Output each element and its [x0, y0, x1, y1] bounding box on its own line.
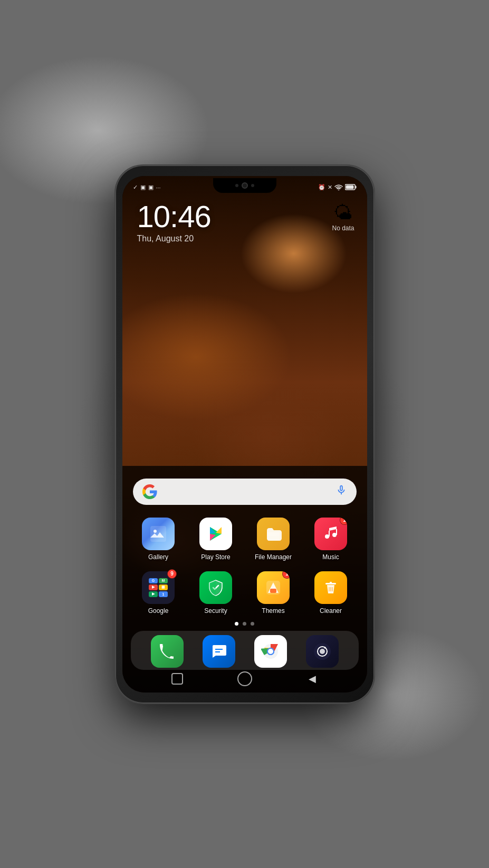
app-playstore[interactable]: Play Store — [188, 514, 244, 564]
app-filemanager[interactable]: File Manager — [246, 514, 301, 564]
status-left: ✓ ▣ ▣ ··· — [133, 184, 161, 191]
mic-icon[interactable] — [335, 484, 347, 499]
battery-icon — [345, 184, 357, 191]
music-label: Music — [322, 553, 339, 561]
more-icon: ··· — [156, 184, 161, 191]
svg-point-25 — [320, 649, 325, 654]
security-label: Security — [204, 607, 227, 615]
svg-point-6 — [325, 534, 329, 539]
search-bar[interactable] — [133, 479, 357, 505]
camera-icon — [306, 635, 339, 668]
clock-time: 10:46 — [137, 201, 211, 232]
clock-date: Thu, August 20 — [137, 234, 211, 243]
mute-icon: ✕ — [328, 184, 332, 191]
nav-back-button[interactable]: ◀ — [305, 671, 320, 686]
music-badge: 1 — [340, 518, 347, 525]
music-icon: 1 — [314, 518, 347, 550]
themes-badge: 1 — [282, 571, 290, 579]
notch — [213, 178, 276, 193]
nav-bar: ◀ — [122, 665, 367, 693]
bottom-section: Gallery — [122, 466, 367, 693]
sim-icon: ▣ — [148, 184, 154, 191]
chrome-icon — [254, 635, 287, 668]
verified-icon: ✓ — [133, 184, 138, 191]
app-gallery[interactable]: Gallery — [131, 514, 186, 564]
google-badge: 9 — [167, 569, 177, 579]
phone-device: ✓ ▣ ▣ ··· ⏰ ✕ — [116, 165, 374, 703]
dock-phone[interactable] — [151, 635, 184, 668]
status-right: ⏰ ✕ — [318, 184, 357, 191]
security-icon — [199, 571, 232, 604]
cleaner-icon — [314, 571, 347, 604]
notch-dot-1 — [235, 184, 238, 187]
themes-icon: 1 — [257, 571, 290, 604]
svg-rect-3 — [346, 185, 353, 189]
playstore-label: Play Store — [201, 553, 230, 561]
app-security[interactable]: Security — [188, 568, 244, 618]
weather-icon: 🌤 — [332, 203, 354, 222]
page-dots — [122, 622, 367, 626]
svg-point-26 — [324, 647, 326, 649]
clock-section: 10:46 Thu, August 20 — [137, 201, 211, 243]
weather-widget[interactable]: 🌤 No data — [332, 203, 354, 232]
svg-rect-4 — [150, 526, 166, 542]
messages-icon — [203, 635, 235, 668]
gallery-label: Gallery — [148, 553, 168, 561]
svg-point-0 — [338, 189, 339, 190]
phone-icon — [151, 635, 184, 668]
google-apps-icon: 9 G M ▶ ▦ ▶ 1 — [142, 571, 175, 604]
svg-point-5 — [154, 530, 157, 533]
phone-screen: ✓ ▣ ▣ ··· ⏰ ✕ — [122, 176, 367, 693]
svg-point-22 — [268, 649, 273, 654]
google-label: Google — [148, 607, 169, 615]
nav-recents-button[interactable] — [170, 671, 185, 686]
themes-label: Themes — [262, 607, 284, 615]
page-dot-3[interactable] — [251, 622, 254, 626]
svg-rect-13 — [330, 582, 332, 583]
weather-no-data: No data — [332, 225, 354, 232]
gallery-icon — [142, 518, 175, 550]
notch-sensors — [235, 184, 238, 187]
dock-messages[interactable] — [203, 635, 235, 668]
filemanager-icon — [257, 518, 290, 550]
svg-rect-11 — [270, 589, 276, 593]
notch-dot-2 — [251, 184, 254, 187]
wifi-icon — [334, 184, 343, 191]
notch-sensors-right — [251, 184, 254, 187]
app-cleaner[interactable]: Cleaner — [303, 568, 359, 618]
page-dot-1[interactable] — [235, 622, 238, 626]
app-music[interactable]: 1 Music — [303, 514, 359, 564]
google-logo — [142, 484, 157, 499]
dock — [131, 631, 359, 670]
svg-rect-2 — [355, 186, 356, 188]
filemanager-label: File Manager — [255, 553, 292, 561]
app-google[interactable]: 9 G M ▶ ▦ ▶ 1 Google — [131, 568, 186, 618]
signal-icon: ▣ — [140, 184, 146, 191]
app-row-1: Gallery — [122, 514, 367, 564]
svg-point-7 — [332, 533, 337, 537]
page-dot-2[interactable] — [243, 622, 246, 626]
cleaner-label: Cleaner — [320, 607, 342, 615]
nav-home-button[interactable] — [237, 671, 252, 686]
dock-chrome[interactable] — [254, 635, 287, 668]
alarm-icon: ⏰ — [318, 184, 325, 191]
playstore-icon — [199, 518, 232, 550]
app-themes[interactable]: 1 Themes — [246, 568, 301, 618]
app-row-2: 9 G M ▶ ▦ ▶ 1 Google — [122, 568, 367, 618]
front-camera — [242, 182, 248, 189]
dock-camera[interactable] — [306, 635, 339, 668]
